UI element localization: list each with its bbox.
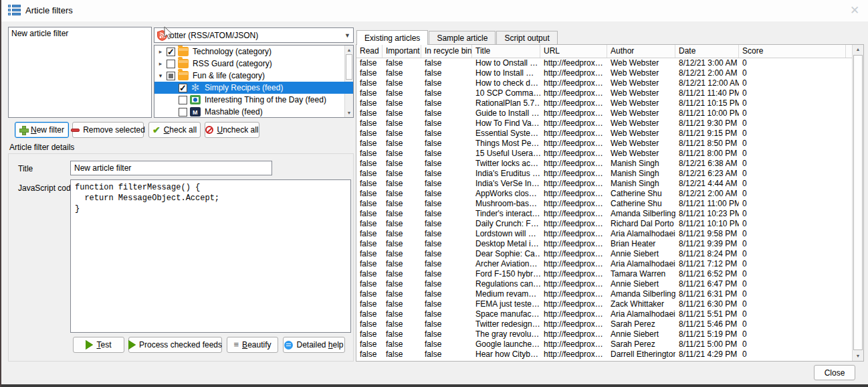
table-cell: The gray revolu… <box>472 329 540 339</box>
column-header[interactable]: Author <box>607 45 675 58</box>
tab-script-output[interactable]: Script output <box>496 31 557 45</box>
table-cell: Tamara Warren <box>607 269 675 279</box>
close-button[interactable]: Close <box>814 365 855 380</box>
item-checkbox[interactable] <box>179 84 187 92</box>
expand-icon[interactable]: ▸ <box>157 60 164 67</box>
table-row[interactable]: falsefalsefalseRegulations can…http://fe… <box>356 279 852 289</box>
tree-item[interactable]: ▸RSS Guard (category) <box>154 58 353 70</box>
column-header[interactable]: Read <box>356 45 383 58</box>
new-filter-button[interactable]: New filter <box>15 122 69 138</box>
table-row[interactable]: falsefalsefalseThings Most Pe…http://fee… <box>356 139 852 149</box>
test-button[interactable]: Test <box>73 337 124 353</box>
expand-icon[interactable]: ▸ <box>157 48 164 55</box>
table-row[interactable]: falsefalsefalseFord F-150 hybr…http://fe… <box>356 269 852 279</box>
table-cell: false <box>383 189 421 199</box>
table-row[interactable]: falsefalsefalseHow To Find Va…http://fee… <box>356 119 852 129</box>
tree-item[interactable]: Interesting Thing of the Day (feed) <box>154 94 353 106</box>
table-row[interactable]: falsefalsefalseFEMA just teste…http://fe… <box>356 299 852 309</box>
item-checkbox[interactable] <box>179 96 187 104</box>
tree-item[interactable]: ▾Fun & life (category) <box>154 70 353 82</box>
column-header[interactable]: Score <box>739 45 846 58</box>
javascript-code-editor[interactable]: function filterMessage() { return Messag… <box>70 179 351 333</box>
item-checkbox[interactable] <box>167 72 175 80</box>
title-field-label: Title <box>18 164 33 173</box>
process-checked-feeds-button[interactable]: Process checked feeds <box>128 337 222 353</box>
table-row[interactable]: falsefalsefalseEssential Syste…http://fe… <box>356 129 852 139</box>
table-cell: false <box>356 129 383 139</box>
table-row[interactable]: falsefalsefalseLordstown will …http://fe… <box>356 229 852 239</box>
table-row[interactable]: falsefalsefalseTwitter locks ac…http://f… <box>356 159 852 169</box>
remove-selected-button[interactable]: Remove selected <box>72 122 144 138</box>
tree-item[interactable]: Mashable (feed) <box>154 106 353 118</box>
table-cell: 8/11/21 8:50 PM <box>675 139 739 149</box>
item-checkbox[interactable] <box>167 60 175 68</box>
button-label: Test <box>96 340 111 350</box>
table-cell: http://feedprox… <box>540 329 607 339</box>
tab-existing-articles[interactable]: Existing articles <box>356 30 428 45</box>
table-cell: false <box>421 169 472 179</box>
table-row[interactable]: falsefalsefalseGuide to Install …http://… <box>356 108 852 119</box>
table-cell: 8/11/21 9:30 PM <box>675 119 739 129</box>
table-row[interactable]: falsefalsefalseIndia's Eruditus …http://… <box>356 169 852 179</box>
table-cell: false <box>421 129 472 139</box>
table-row[interactable]: falsefalsefalseMedium revam…http://feedp… <box>356 289 852 299</box>
articles-table[interactable]: falsefalsefalseHow to Onstall …http://fe… <box>356 58 852 361</box>
table-row[interactable]: falsefalsefalse10 SCP Comma…http://feedp… <box>356 88 852 98</box>
title-input[interactable]: New article filter <box>70 161 272 175</box>
tab-sample-article[interactable]: Sample article <box>429 31 496 45</box>
detailed-help-button[interactable]: Detailed help <box>283 337 345 353</box>
column-header[interactable]: Title <box>472 45 540 58</box>
tree-item[interactable]: ✻Simply Recipes (feed) <box>154 82 353 94</box>
table-row[interactable]: falsefalsefalseTwitter redesign…http://f… <box>356 319 852 329</box>
table-row[interactable]: falsefalsefalseArcher Aviation…http://fe… <box>356 259 852 269</box>
filters-list[interactable]: New article filter <box>8 27 152 118</box>
table-row[interactable]: falsefalsefalseRationalPlan 5.7…http://f… <box>356 98 852 108</box>
table-cell: 0 <box>739 279 846 289</box>
scrollbar-thumb[interactable] <box>853 55 863 350</box>
table-cell: http://feedprox… <box>540 289 607 299</box>
column-header[interactable]: In recycle bin <box>421 45 472 58</box>
table-row[interactable]: falsefalsefalseHow to check d…http://fee… <box>356 78 852 88</box>
item-checkbox[interactable] <box>167 48 175 56</box>
table-row[interactable]: falsefalsefalseSpace manufac…http://feed… <box>356 309 852 319</box>
table-row[interactable]: falsefalsefalseHow to Install …http://fe… <box>356 68 852 78</box>
collapse-icon[interactable]: ▾ <box>157 72 164 79</box>
scroll-up-icon[interactable]: ▲ <box>853 45 863 54</box>
table-row[interactable]: falsefalsefalseThe gray revolu…http://fe… <box>356 329 852 339</box>
check-all-button[interactable]: ✔Check all <box>148 122 201 138</box>
uncheck-all-button[interactable]: Uncheck all <box>205 122 259 138</box>
button-label: Process checked feeds <box>139 340 222 350</box>
item-checkbox[interactable] <box>179 108 187 117</box>
table-cell: 0 <box>739 259 846 269</box>
beautify-button[interactable]: ≡Beautify <box>227 337 278 353</box>
table-row[interactable]: falsefalsefalseHear how Cityb…http://fee… <box>356 350 852 360</box>
table-row[interactable]: falsefalsefalseHow to Onstall …http://fe… <box>356 58 852 68</box>
table-scrollbar[interactable]: ▲ ▼ <box>852 45 863 361</box>
table-row[interactable]: falsefalsefalseTinder's interact…http://… <box>356 209 852 219</box>
table-cell: http://feedprox… <box>540 239 607 249</box>
table-row[interactable]: falsefalsefalseAppWorks clos…http://feed… <box>356 189 852 199</box>
table-row[interactable]: falsefalsefalse15 Useful Usera…http://fe… <box>356 149 852 159</box>
column-header[interactable]: Important <box>383 45 421 58</box>
table-row[interactable]: falsefalsefalseDesktop Metal i…http://fe… <box>356 239 852 249</box>
tree-item[interactable]: ▸Technology (category) <box>154 46 353 58</box>
table-row[interactable]: falsefalsefalseGoogle launche…http://fee… <box>356 339 852 350</box>
table-header[interactable]: ReadImportantIn recycle binTitleURLAutho… <box>356 45 852 58</box>
table-cell: 8/11/21 10:23 PM <box>675 209 739 219</box>
table-cell: Lordstown will … <box>472 229 540 239</box>
play-icon <box>86 340 93 350</box>
scroll-down-icon[interactable]: ▼ <box>853 352 863 361</box>
table-row[interactable]: falsefalsefalseDaily Crunch: F…http://fe… <box>356 219 852 229</box>
table-row[interactable]: falsefalsefalseMushroom-bas…http://feedp… <box>356 199 852 209</box>
close-icon[interactable]: ✕ <box>847 3 863 19</box>
account-combobox[interactable]: otter (RSS/ATOM/JSON) ▼ <box>154 27 354 43</box>
window-bottom-edge <box>1 384 868 387</box>
table-cell: false <box>421 119 472 129</box>
table-row[interactable]: falsefalsefalseDear Sophie: Ca…http://fe… <box>356 249 852 259</box>
column-header[interactable]: Date <box>675 45 739 58</box>
table-cell: Sarah Perez <box>607 339 675 350</box>
column-header[interactable]: URL <box>540 45 607 58</box>
table-row[interactable]: falsefalsefalseIndia's VerSe In…http://f… <box>356 179 852 189</box>
feeds-tree[interactable]: ▲ ▼ ▸Technology (category)▸RSS Guard (ca… <box>154 45 354 118</box>
filter-list-item[interactable]: New article filter <box>9 27 151 40</box>
